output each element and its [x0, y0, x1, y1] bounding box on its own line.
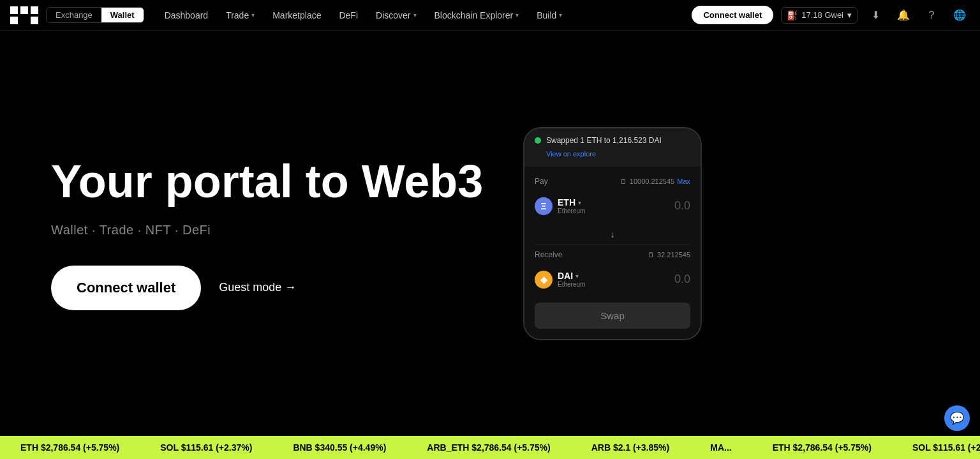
notif-text: Swapped 1 ETH to 1,216.523 DAI	[546, 136, 662, 145]
notif-link[interactable]: View on explore	[546, 150, 596, 158]
nav-right: Connect wallet ⛽ 17.18 Gwei ▾ ⬇ 🔔 ? 🌐	[692, 5, 970, 26]
receive-label-row: Receive 🗒 32.212545	[535, 250, 690, 259]
hero-left: Your portal to Web3 Wallet · Trade · NFT…	[51, 156, 485, 310]
nav-links: Dashboard Trade ▾ Marketplace DeFi Disco…	[157, 6, 692, 24]
receive-max-amount: 32.212545	[657, 251, 690, 259]
nav-marketplace[interactable]: Marketplace	[265, 6, 329, 24]
wallet-toggle-btn[interactable]: Wallet	[101, 8, 144, 22]
hero-actions: Connect wallet Guest mode →	[51, 266, 485, 310]
dai-token-info: ◈ DAI ▾ Ethereum	[535, 271, 585, 289]
gwei-badge[interactable]: ⛽ 17.18 Gwei ▾	[781, 7, 858, 24]
pay-max-label[interactable]: Max	[677, 177, 690, 185]
connect-wallet-nav-button[interactable]: Connect wallet	[692, 6, 773, 24]
gas-icon: ⛽	[787, 10, 798, 20]
hero-title: Your portal to Web3	[51, 156, 485, 207]
swap-button[interactable]: Swap	[535, 303, 690, 329]
pay-max-amount: 10000.212545	[630, 177, 674, 185]
bell-icon[interactable]: 🔔	[893, 5, 914, 26]
gwei-value: 17.18 Gwei	[801, 10, 843, 20]
hero-section: Your portal to Web3 Wallet · Trade · NFT…	[0, 31, 980, 436]
dai-name-row: DAI ▾	[558, 271, 585, 281]
guest-mode-link[interactable]: Guest mode →	[219, 281, 296, 294]
notif-row: Swapped 1 ETH to 1,216.523 DAI	[535, 136, 690, 145]
globe-icon[interactable]: 🌐	[949, 5, 970, 26]
ticker-item-bnb: BNB $340.55 (+4.49%)	[272, 442, 406, 453]
eth-chevron: ▾	[578, 199, 581, 206]
hero-right: Swapped 1 ETH to 1,216.523 DAI View on e…	[523, 127, 702, 340]
eth-name-row: ETH ▾	[558, 197, 585, 207]
gwei-chevron: ▾	[847, 10, 852, 20]
ticker-item-sol2: SOL $115.61 (+2.37%)	[892, 442, 980, 453]
ticker-item-eth2: ETH $2,786.54 (+5.75%)	[752, 442, 892, 453]
download-icon[interactable]: ⬇	[865, 5, 886, 26]
svg-rect-4	[31, 17, 38, 24]
dai-chain: Ethereum	[558, 281, 585, 288]
svg-rect-1	[20, 6, 28, 14]
eth-amount[interactable]: 0.0	[674, 199, 690, 213]
eth-chain: Ethereum	[558, 207, 585, 214]
hero-connect-wallet-button[interactable]: Connect wallet	[51, 266, 201, 310]
eth-token-info: Ξ ETH ▾ Ethereum	[535, 197, 585, 215]
swap-divider: ↓	[535, 227, 690, 242]
nav-dashboard[interactable]: Dashboard	[157, 6, 216, 24]
receive-amount: 🗒 32.212545	[648, 251, 690, 259]
chat-bubble[interactable]: 💬	[944, 405, 970, 431]
exchange-toggle-btn[interactable]: Exchange	[47, 8, 101, 22]
ticker-item-arb: ARB $2.1 (+3.85%)	[571, 442, 690, 453]
nav-build[interactable]: Build ▾	[529, 6, 570, 24]
dai-symbol[interactable]: DAI	[558, 271, 573, 281]
pay-max: 🗒 10000.212545 Max	[620, 177, 690, 185]
pay-section: Pay 🗒 10000.212545 Max Ξ ETH	[535, 177, 690, 222]
dai-icon: ◈	[535, 271, 553, 289]
ticker-item-eth1: ETH $2,786.54 (+5.75%)	[0, 442, 140, 453]
svg-rect-0	[10, 6, 18, 14]
dai-token-row: ◈ DAI ▾ Ethereum 0.0	[535, 264, 690, 295]
phone-body: Pay 🗒 10000.212545 Max Ξ ETH	[524, 167, 701, 339]
navbar: Exchange Wallet Dashboard Trade ▾ Market…	[0, 0, 980, 31]
ticker-item-arbeth: ARB_ETH $2,786.54 (+5.75%)	[406, 442, 570, 453]
nav-trade[interactable]: Trade ▾	[218, 6, 262, 24]
logo[interactable]	[10, 4, 38, 27]
nav-defi[interactable]: DeFi	[331, 6, 366, 24]
ticker-item-ma: MA...	[690, 442, 752, 453]
copy-icon: 🗒	[620, 177, 627, 185]
dai-amount[interactable]: 0.0	[674, 273, 690, 286]
nav-discover[interactable]: Discover ▾	[368, 6, 424, 24]
pay-label-row: Pay 🗒 10000.212545 Max	[535, 177, 690, 186]
ticker-item-sol: SOL $115.61 (+2.37%)	[140, 442, 272, 453]
chat-icon: 💬	[950, 411, 964, 425]
ticker-content: ETH $2,786.54 (+5.75%) SOL $115.61 (+2.3…	[0, 442, 980, 453]
exchange-wallet-toggle: Exchange Wallet	[46, 7, 144, 23]
eth-token-details: ETH ▾ Ethereum	[558, 197, 585, 214]
eth-token-row: Ξ ETH ▾ Ethereum 0.0	[535, 191, 690, 222]
copy-icon-2: 🗒	[648, 251, 655, 259]
svg-rect-3	[10, 17, 18, 24]
receive-label: Receive	[535, 250, 562, 259]
eth-icon: Ξ	[535, 197, 553, 215]
receive-section: Receive 🗒 32.212545 ◈ DAI ▾	[535, 245, 690, 295]
logo-image	[10, 4, 38, 27]
dai-chevron: ▾	[575, 273, 579, 280]
ticker-bar: ETH $2,786.54 (+5.75%) SOL $115.61 (+2.3…	[0, 436, 980, 459]
nav-blockchain-explorer[interactable]: Blockchain Explorer ▾	[427, 6, 527, 24]
hero-subtitle: Wallet · Trade · NFT · DeFi	[51, 223, 485, 237]
phone-notification: Swapped 1 ETH to 1,216.523 DAI View on e…	[524, 128, 701, 167]
dai-token-details: DAI ▾ Ethereum	[558, 271, 585, 288]
help-icon[interactable]: ?	[921, 5, 942, 26]
eth-symbol[interactable]: ETH	[558, 197, 575, 207]
pay-label: Pay	[535, 177, 548, 186]
phone-mockup: Swapped 1 ETH to 1,216.523 DAI View on e…	[523, 127, 702, 340]
notif-dot	[535, 137, 541, 144]
down-arrow-icon: ↓	[611, 229, 615, 239]
svg-rect-2	[31, 6, 38, 14]
